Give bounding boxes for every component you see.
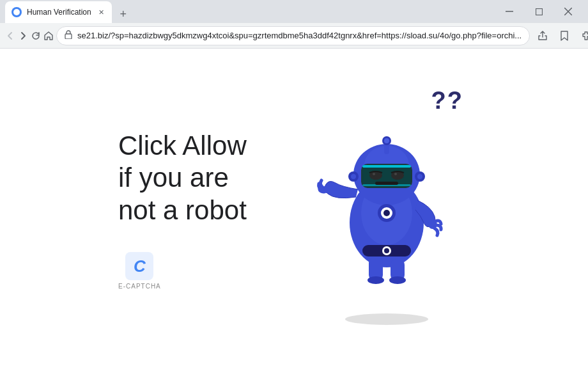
address-text: se21.biz/?sp=hazdizbwgy5dkmzwg4xtcoi&spu…: [77, 31, 522, 40]
left-section: Click Allow if you are not a robot C E-C…: [118, 130, 265, 290]
captcha-c-icon: C: [125, 252, 153, 280]
svg-rect-4: [65, 34, 72, 39]
captcha-label: E-CAPTCHA: [118, 283, 161, 290]
title-bar: Human Verification ✕ +: [0, 0, 588, 23]
svg-point-14: [384, 248, 389, 253]
robot-illustration: ??: [304, 95, 470, 325]
svg-point-29: [394, 173, 397, 175]
content-area: Click Allow if you are not a robot C E-C…: [0, 49, 588, 371]
page-content: Click Allow if you are not a robot C E-C…: [0, 49, 588, 371]
tab-label: Human Verification: [27, 8, 91, 17]
tab-favicon: [12, 7, 22, 17]
toolbar-actions: [532, 26, 588, 46]
lock-icon: [65, 30, 72, 41]
browser-frame: Human Verification ✕ +: [0, 0, 588, 371]
svg-point-28: [373, 173, 375, 175]
extensions-button[interactable]: [576, 26, 588, 46]
maximize-button[interactable]: [524, 1, 553, 22]
svg-rect-0: [506, 11, 513, 12]
active-tab[interactable]: Human Verification ✕: [5, 1, 112, 23]
share-button[interactable]: [532, 26, 553, 46]
svg-point-16: [368, 276, 384, 284]
svg-point-40: [383, 210, 390, 216]
minimize-button[interactable]: [495, 1, 524, 22]
svg-point-18: [389, 276, 406, 284]
close-button[interactable]: [553, 1, 583, 22]
home-button[interactable]: [43, 26, 54, 46]
captcha-logo: C E-CAPTCHA: [118, 252, 161, 290]
svg-rect-30: [375, 182, 398, 185]
svg-point-33: [384, 138, 389, 143]
back-button[interactable]: [5, 26, 15, 46]
window-controls: [495, 1, 583, 22]
captcha-c-letter: C: [134, 257, 146, 276]
main-heading: Click Allow if you are not a robot: [118, 130, 265, 226]
tab-area: Human Verification ✕ +: [5, 0, 495, 23]
robot-image: [316, 95, 457, 312]
svg-rect-24: [362, 165, 411, 168]
reload-button[interactable]: [31, 26, 41, 46]
svg-rect-1: [536, 8, 542, 15]
forward-button[interactable]: [18, 26, 28, 46]
tab-close-button[interactable]: ✕: [97, 7, 107, 17]
new-tab-button[interactable]: +: [114, 5, 132, 23]
svg-point-35: [351, 174, 356, 179]
robot-shadow: [345, 313, 428, 325]
bookmark-button[interactable]: [554, 26, 575, 46]
address-bar[interactable]: se21.biz/?sp=hazdizbwgy5dkmzwg4xtcoi&spu…: [56, 26, 530, 45]
toolbar: se21.biz/?sp=hazdizbwgy5dkmzwg4xtcoi&spu…: [0, 23, 588, 49]
svg-point-37: [417, 174, 422, 179]
